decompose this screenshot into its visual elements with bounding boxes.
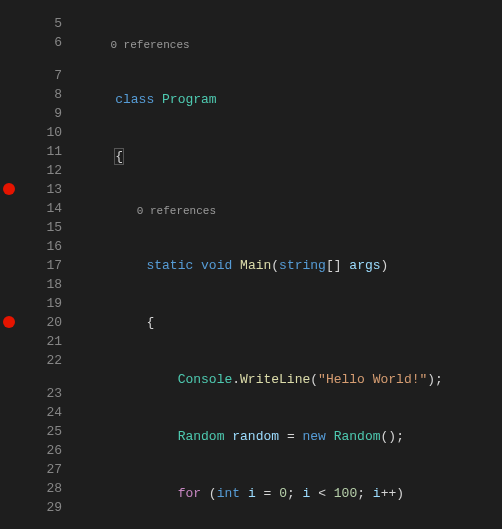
line-number: 22 (20, 351, 62, 370)
line-number: 26 (20, 441, 62, 460)
line-number: 15 (20, 218, 62, 237)
code-line[interactable]: static void Main(string[] args) (84, 256, 502, 275)
line-number-gutter: 5 6 7 8 9 10 11 12 13 14 15 16 17 18 19 … (20, 0, 80, 529)
line-number: 21 (20, 332, 62, 351)
breakpoint-margin[interactable] (0, 0, 20, 529)
code-area[interactable]: 0 references class Program { 0 reference… (80, 0, 502, 529)
line-number: 7 (20, 66, 62, 85)
line-number: 23 (20, 384, 62, 403)
line-number: 27 (20, 460, 62, 479)
line-number: 18 (20, 275, 62, 294)
line-number: 19 (20, 294, 62, 313)
line-number: 17 (20, 256, 62, 275)
line-number: 20 (20, 313, 62, 332)
code-line[interactable]: class Program (84, 90, 502, 109)
code-line[interactable]: { (84, 313, 502, 332)
line-number: 6 (20, 33, 62, 52)
codelens-references[interactable]: 0 references (84, 38, 502, 52)
line-number: 28 (20, 479, 62, 498)
codelens-references[interactable]: 0 references (84, 204, 502, 218)
line-number: 29 (20, 498, 62, 517)
code-line[interactable]: { (84, 147, 502, 166)
line-number: 24 (20, 403, 62, 422)
line-number: 14 (20, 199, 62, 218)
code-line[interactable]: for (int i = 0; i < 100; i++) (84, 484, 502, 503)
code-line[interactable]: Random random = new Random(); (84, 427, 502, 446)
line-number: 13 (20, 180, 62, 199)
line-number: 9 (20, 104, 62, 123)
line-number: 10 (20, 123, 62, 142)
line-number: 5 (20, 14, 62, 33)
line-number: 8 (20, 85, 62, 104)
line-number: 11 (20, 142, 62, 161)
line-number: 16 (20, 237, 62, 256)
breakpoint-icon[interactable] (3, 316, 15, 328)
line-number: 12 (20, 161, 62, 180)
code-editor: 5 6 7 8 9 10 11 12 13 14 15 16 17 18 19 … (0, 0, 502, 529)
line-number: 25 (20, 422, 62, 441)
code-line[interactable]: Console.WriteLine("Hello World!"); (84, 370, 502, 389)
breakpoint-icon[interactable] (3, 183, 15, 195)
